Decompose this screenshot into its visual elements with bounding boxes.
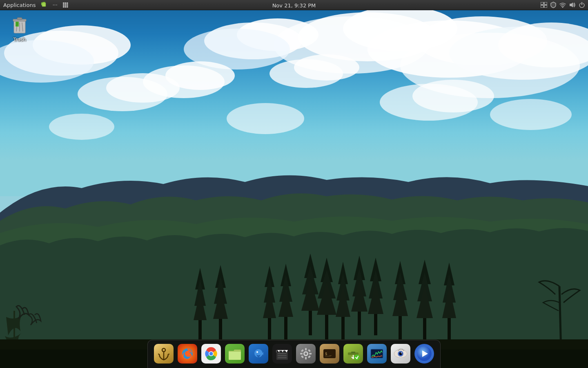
svg-rect-91	[541, 5, 543, 8]
svg-point-24	[49, 114, 114, 140]
panel-center: Nov 21, 9:32 PM	[272, 1, 316, 9]
desktop	[0, 0, 588, 368]
svg-rect-132	[308, 355, 311, 358]
dock-item-clapper[interactable]	[271, 343, 293, 365]
panel-right	[541, 2, 588, 8]
dock-item-anchor[interactable]	[153, 343, 175, 365]
dock-icon-terminal: $ _	[320, 344, 339, 364]
wallpaper	[0, 0, 588, 368]
dock-item-firefox[interactable]	[176, 343, 198, 365]
svg-rect-54	[268, 318, 271, 339]
dock-item-chromium[interactable]	[200, 343, 222, 365]
power-tray-icon[interactable]	[579, 2, 585, 8]
panel-left: Applications ···	[0, 2, 69, 8]
svg-rect-58	[399, 316, 402, 339]
svg-rect-84	[65, 4, 66, 6]
dock-item-files[interactable]	[224, 343, 246, 365]
svg-rect-114	[229, 352, 241, 360]
svg-rect-131	[301, 355, 304, 358]
svg-rect-66	[448, 318, 451, 339]
trash-svg	[11, 16, 28, 35]
svg-line-150	[402, 349, 403, 350]
more-options-icon[interactable]: ···	[51, 2, 58, 8]
svg-rect-62	[423, 318, 426, 339]
dock-icon-anchor	[154, 344, 174, 364]
dock-icon-eye	[391, 344, 410, 364]
dock-item-settings[interactable]	[295, 343, 317, 365]
svg-point-26	[490, 99, 572, 130]
datetime-display[interactable]: Nov 21, 9:32 PM	[272, 2, 316, 9]
svg-rect-30	[309, 311, 312, 335]
svg-rect-42	[358, 312, 361, 335]
svg-line-148	[399, 349, 400, 350]
svg-marker-94	[570, 2, 573, 7]
volume-tray-icon[interactable]	[569, 2, 576, 8]
svg-rect-88	[67, 6, 68, 8]
svg-rect-120	[278, 353, 287, 354]
svg-rect-38	[341, 317, 345, 339]
svg-rect-79	[42, 3, 46, 7]
svg-line-151	[403, 350, 404, 351]
dock-item-monitor[interactable]	[366, 343, 388, 365]
svg-rect-89	[541, 2, 543, 4]
svg-text:$ _: $ _	[325, 352, 332, 356]
svg-rect-92	[544, 5, 547, 8]
svg-rect-83	[63, 4, 65, 6]
windows-tray-icon[interactable]	[541, 2, 547, 8]
dock-item-eye[interactable]	[390, 343, 412, 365]
svg-rect-100	[17, 18, 22, 20]
dock-icon-files	[225, 344, 245, 364]
svg-point-19	[294, 54, 359, 81]
svg-rect-129	[301, 349, 304, 352]
dock-icon-firefox	[178, 344, 197, 364]
dock-item-media-player[interactable]	[413, 343, 435, 365]
svg-rect-34	[325, 315, 328, 339]
svg-line-147	[398, 350, 399, 351]
dock-item-beak[interactable]	[247, 343, 270, 365]
wifi-tray-icon[interactable]	[559, 2, 566, 8]
svg-rect-130	[308, 349, 311, 352]
svg-point-116	[256, 351, 258, 353]
svg-rect-46	[374, 314, 377, 335]
dock-icon-monitor	[367, 344, 387, 364]
svg-rect-74	[198, 320, 202, 339]
grid-apps-icon[interactable]	[61, 2, 69, 8]
svg-point-124	[305, 352, 307, 355]
svg-rect-90	[544, 2, 547, 4]
files-panel-icon[interactable]	[40, 2, 49, 8]
svg-point-25	[227, 103, 304, 134]
shield-tray-icon[interactable]	[550, 2, 556, 8]
svg-rect-81	[65, 2, 66, 4]
svg-point-105	[162, 348, 165, 352]
dock-item-terminal[interactable]: $ _	[318, 343, 341, 365]
trash-icon[interactable]: Trash	[5, 16, 34, 43]
dock: $ _	[147, 340, 441, 368]
dock-icon-beak	[249, 344, 268, 364]
trash-icon-img	[10, 16, 29, 35]
dock-icon-clapper	[272, 344, 292, 364]
dock-icon-settings	[296, 344, 316, 364]
svg-rect-128	[309, 353, 312, 355]
svg-rect-121	[278, 355, 287, 356]
svg-point-93	[562, 7, 564, 8]
svg-rect-138	[351, 352, 355, 353]
svg-rect-70	[219, 319, 222, 339]
svg-rect-87	[65, 6, 66, 8]
svg-point-146	[401, 352, 402, 354]
svg-rect-86	[63, 6, 65, 8]
svg-rect-82	[67, 2, 68, 4]
trash-label: Trash	[13, 37, 26, 43]
svg-point-21	[106, 73, 180, 103]
svg-rect-50	[284, 317, 287, 339]
svg-rect-85	[67, 4, 68, 6]
dock-icon-media-player	[414, 344, 434, 364]
top-panel: Applications ··· Nov 21, 9:3	[0, 0, 588, 10]
svg-rect-125	[305, 348, 307, 350]
svg-point-23	[412, 80, 494, 112]
svg-point-112	[209, 352, 213, 356]
svg-rect-126	[305, 357, 307, 359]
dock-item-installer[interactable]	[342, 343, 364, 365]
dock-icon-installer	[343, 344, 363, 364]
svg-rect-80	[63, 2, 65, 4]
applications-menu[interactable]: Applications	[2, 2, 37, 8]
